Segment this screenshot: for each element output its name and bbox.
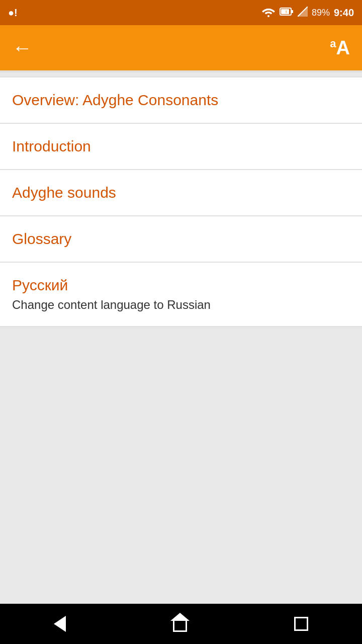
menu-item-introduction[interactable]: Introduction xyxy=(0,124,362,170)
menu-item-glossary-title: Glossary xyxy=(12,230,350,248)
battery-percentage: 89% xyxy=(312,8,330,18)
menu-list: Overview: Adyghe Consonants Introduction… xyxy=(0,72,362,327)
menu-item-adyghe-sounds[interactable]: Adyghe sounds xyxy=(0,170,362,216)
battery-icon: ! xyxy=(280,7,294,19)
svg-text:!: ! xyxy=(286,10,287,14)
font-size-icon: aA xyxy=(330,37,350,59)
wifi-icon xyxy=(261,6,276,20)
status-time: 9:40 xyxy=(334,7,354,19)
menu-item-russian-title: Русский xyxy=(12,277,350,294)
status-app-icon: ●! xyxy=(8,7,18,19)
menu-item-russian-subtitle: Change content language to Russian xyxy=(12,298,350,312)
signal-icon xyxy=(298,7,308,19)
font-size-button[interactable]: aA xyxy=(330,37,350,59)
nav-home-button[interactable] xyxy=(173,616,187,632)
nav-back-button[interactable] xyxy=(54,616,66,632)
svg-point-0 xyxy=(267,15,269,17)
nav-recents-icon xyxy=(294,617,308,631)
bottom-nav xyxy=(0,604,362,644)
status-left: ●! xyxy=(8,7,18,19)
menu-item-overview-title: Overview: Adyghe Consonants xyxy=(12,92,350,109)
status-right: ! 89% 9:40 xyxy=(261,6,354,20)
menu-item-adyghe-sounds-title: Adyghe sounds xyxy=(12,184,350,201)
app-bar: ← aA xyxy=(0,25,362,70)
content-area: Overview: Adyghe Consonants Introduction… xyxy=(0,72,362,644)
status-bar: ●! ! 89% 9:40 xyxy=(0,0,362,25)
svg-rect-2 xyxy=(291,10,293,13)
menu-item-introduction-title: Introduction xyxy=(12,138,350,155)
back-button[interactable]: ← xyxy=(12,38,32,58)
nav-back-icon xyxy=(54,616,66,632)
nav-recents-button[interactable] xyxy=(294,617,308,631)
menu-item-russian[interactable]: Русский Change content language to Russi… xyxy=(0,263,362,327)
nav-home-icon xyxy=(173,620,187,632)
menu-item-glossary[interactable]: Glossary xyxy=(0,216,362,263)
menu-item-overview[interactable]: Overview: Adyghe Consonants xyxy=(0,76,362,124)
back-arrow-icon: ← xyxy=(12,38,32,58)
